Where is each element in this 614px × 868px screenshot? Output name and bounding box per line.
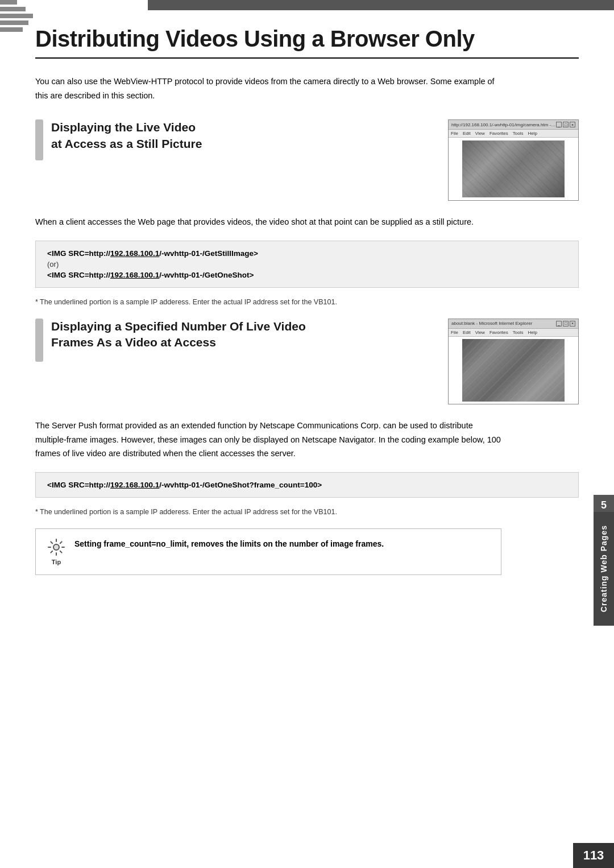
browser-content-1 [449, 138, 578, 200]
browser-mockup-1: http://192.168.100.1/-wvhttp-01/img/came… [448, 119, 579, 201]
browser-menubar-2: File Edit View Favorites Tools Help [449, 329, 578, 337]
camera-still-image-1 [462, 140, 565, 197]
section1-gray-bar [35, 119, 43, 160]
page-number: 113 [583, 848, 604, 863]
tip-label: Tip [52, 559, 61, 565]
page-number-box: 113 [573, 843, 614, 868]
browser-content-2 [449, 337, 578, 404]
code-line-1: <IMG SRC=http://192.168.100.1/-wvhttp-01… [47, 249, 567, 258]
browser-menu-file-2[interactable]: File [451, 330, 458, 335]
browser-menu-view-2[interactable]: View [475, 330, 485, 335]
tip-text: Setting frame_count=no_limit, removes th… [74, 538, 384, 550]
code-block-2: <IMG SRC=http://192.168.100.1/-wvhttp-01… [35, 472, 579, 498]
page-title: Distributing Videos Using a Browser Only [35, 26, 579, 52]
intro-text: You can also use the WebView-HTTP protoc… [35, 75, 501, 102]
tip-gear-icon [47, 538, 65, 556]
browser-menu-edit-2[interactable]: Edit [463, 330, 471, 335]
browser-menu-view[interactable]: View [475, 131, 485, 136]
browser-maximize-btn-2[interactable]: □ [563, 321, 569, 326]
browser-mockup-2: about:blank - Microsoft Internet Explore… [448, 319, 579, 404]
section2-gray-bar [35, 319, 43, 362]
code-or-text: (or) [47, 260, 567, 268]
section1-row: Displaying the Live Video at Access as a… [35, 119, 579, 201]
browser-buttons-2: _ □ × [556, 321, 575, 326]
browser-menu-favorites[interactable]: Favorites [489, 131, 508, 136]
tip-icon-area: Tip [47, 538, 65, 565]
browser-menu-tools-2[interactable]: Tools [513, 330, 524, 335]
code-line-3: <IMG SRC=http://192.168.100.1/-wvhttp-01… [47, 481, 567, 489]
section1-body-text: When a client accesses the Web page that… [35, 215, 501, 229]
main-content: Distributing Videos Using a Browser Only… [0, 0, 614, 868]
browser-minimize-btn[interactable]: _ [556, 122, 562, 127]
camera-still-image-2 [462, 339, 565, 402]
side-tab: Creating Web Pages [594, 512, 614, 626]
browser-titlebar-text-1: http://192.168.100.1/-wvhttp-01/img/came… [451, 122, 556, 127]
code-block-1: <IMG SRC=http://192.168.100.1/-wvhttp-01… [35, 241, 579, 288]
browser-titlebar-1: http://192.168.100.1/-wvhttp-01/img/came… [449, 120, 578, 130]
browser-titlebar-2: about:blank - Microsoft Internet Explore… [449, 319, 578, 329]
browser-minimize-btn-2[interactable]: _ [556, 321, 562, 326]
browser-maximize-btn[interactable]: □ [563, 122, 569, 127]
tip-box: Tip Setting frame_count=no_limit, remove… [35, 528, 501, 575]
browser-titlebar-text-2: about:blank - Microsoft Internet Explore… [451, 321, 556, 326]
browser-menu-help[interactable]: Help [528, 131, 537, 136]
browser-menu-file[interactable]: File [451, 131, 458, 136]
browser-menu-edit[interactable]: Edit [463, 131, 471, 136]
section1-heading: Displaying the Live Video at Access as a… [51, 119, 202, 152]
browser-menu-favorites-2[interactable]: Favorites [489, 330, 508, 335]
note-1: * The underlined portion is a sample IP … [35, 298, 579, 306]
browser-close-btn[interactable]: × [570, 122, 575, 127]
section2-body-text: The Server Push format provided as an ex… [35, 419, 501, 461]
browser-close-btn-2[interactable]: × [570, 321, 575, 326]
section1-heading-block: Displaying the Live Video at Access as a… [35, 119, 437, 160]
svg-point-0 [53, 544, 59, 550]
title-underline [35, 57, 579, 59]
section2-row: Displaying a Specified Number Of Live Vi… [35, 319, 579, 404]
chapter-number-text: 5 [601, 499, 607, 511]
side-tab-text: Creating Web Pages [599, 525, 608, 612]
browser-buttons-1: _ □ × [556, 122, 575, 127]
browser-menu-tools[interactable]: Tools [513, 131, 524, 136]
code-line-2: <IMG SRC=http://192.168.100.1/-wvhttp-01… [47, 271, 567, 279]
section2-heading-block: Displaying a Specified Number Of Live Vi… [35, 319, 437, 362]
browser-menubar-1: File Edit View Favorites Tools Help [449, 130, 578, 138]
note-2: * The underlined portion is a sample IP … [35, 508, 579, 516]
section2-heading: Displaying a Specified Number Of Live Vi… [51, 319, 306, 351]
browser-menu-help-2[interactable]: Help [528, 330, 537, 335]
